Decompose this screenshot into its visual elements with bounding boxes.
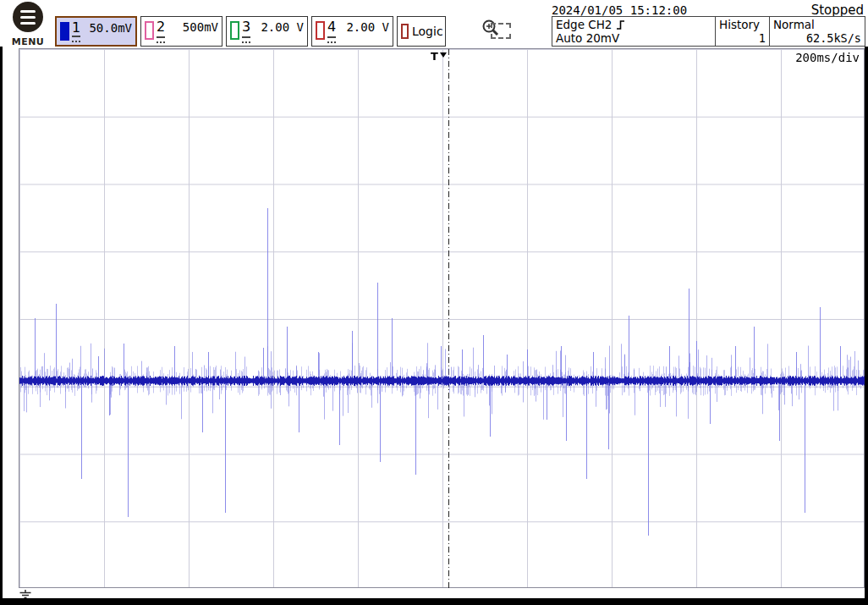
logic-label: Logic: [412, 25, 443, 38]
channel-1-color-swatch: [60, 22, 69, 41]
channel-scale-value: 500mV: [183, 20, 218, 34]
channel-3-box[interactable]: 32.00 V: [226, 16, 308, 47]
screen-left-edge: [0, 47, 3, 605]
channel-scale-value: 2.00 V: [261, 20, 304, 34]
channel-boxes: 150.0mV2500mV32.00 V42.00 VLogic: [55, 16, 446, 47]
rising-edge-icon: [616, 19, 625, 30]
channel-3-color-swatch: [230, 21, 239, 40]
channel-number: 3: [242, 19, 250, 35]
logic-box[interactable]: Logic: [397, 16, 446, 47]
history-value: 1: [719, 31, 766, 45]
oscilloscope-screen: MENU 150.0mV2500mV32.00 V42.00 VLogic 20…: [0, 0, 868, 605]
history-box[interactable]: History 1: [715, 16, 770, 47]
trigger-position-marker[interactable]: T: [431, 50, 447, 63]
datetime-display: 2024/01/05 15:12:00: [552, 3, 687, 17]
channel-scale-value: 50.0mV: [89, 21, 132, 35]
channel-number: 2: [157, 19, 165, 35]
menu-label: MENU: [12, 36, 45, 47]
channel-number: 4: [327, 19, 336, 35]
screen-right-edge: [865, 47, 868, 605]
channel-4-box[interactable]: 42.00 V: [311, 16, 393, 47]
trigger-mode-level: Auto 20mV: [556, 31, 711, 45]
coupling-icon: [72, 36, 80, 42]
coupling-icon: [327, 36, 336, 43]
logic-color-swatch: [401, 24, 409, 39]
info-boxes: Edge CH2 Auto 20mV History 1 Normal 62.5…: [552, 16, 865, 47]
history-label: History: [719, 18, 760, 31]
channel-scale-value: 2.00 V: [346, 20, 389, 34]
hamburger-icon: [13, 2, 43, 32]
zoom-region-icon: [491, 23, 511, 39]
sample-rate-value: 62.5kS/s: [773, 31, 861, 45]
acquisition-mode-box[interactable]: Normal 62.5kS/s: [769, 16, 865, 47]
trigger-settings-box[interactable]: Edge CH2 Auto 20mV: [552, 16, 716, 47]
channel-number: 1: [72, 20, 80, 36]
acquisition-mode-label: Normal: [773, 18, 815, 31]
zoom-search-button[interactable]: [481, 18, 513, 45]
menu-button[interactable]: MENU: [9, 2, 47, 48]
waveform-display-area: T 200ms/div: [19, 48, 865, 588]
timebase-readout: 200ms/div: [795, 51, 860, 64]
trigger-marker-arrow-icon: [440, 52, 447, 58]
coupling-icon: [157, 36, 165, 43]
channel-2-color-swatch: [145, 21, 154, 40]
channel-1-box[interactable]: 150.0mV: [55, 16, 137, 47]
trigger-type-source: Edge CH2: [556, 18, 612, 31]
screen-bottom-edge: [0, 598, 868, 605]
trigger-marker-label: T: [431, 50, 438, 63]
top-bar: MENU 150.0mV2500mV32.00 V42.00 VLogic 20…: [0, 0, 868, 47]
channel-2-box[interactable]: 2500mV: [140, 16, 222, 47]
waveform-canvas: [19, 49, 865, 589]
channel-4-color-swatch: [316, 21, 325, 40]
coupling-icon: [242, 36, 250, 43]
